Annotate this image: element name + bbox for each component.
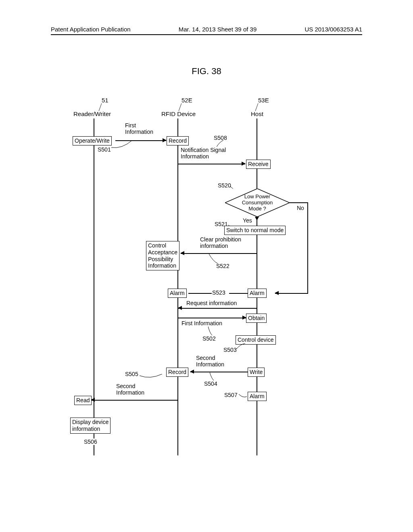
s523-line-left [188, 293, 212, 294]
low-power-decision: Low Power Consumption Mode ? [225, 189, 290, 217]
curve-s502 [208, 326, 215, 336]
curve-s507 [239, 394, 248, 399]
step-s504: S504 [204, 380, 217, 387]
alarm-host-box-2: Alarm [248, 392, 267, 401]
arrow-first-info-2 [178, 318, 246, 318]
lane-header-rfid: RFID Device [161, 110, 196, 117]
arrow-second-info [190, 372, 248, 372]
no-branch-to-alarm [275, 293, 308, 294]
lane-tick [179, 103, 182, 111]
step-s505: S505 [125, 371, 138, 377]
step-s506: S506 [84, 438, 97, 445]
arrow-request-info [178, 308, 257, 309]
no-branch-v [307, 202, 308, 293]
sequence-diagram: 51 52E 53E Reader/Writer RFID Device Hos… [0, 97, 413, 459]
arrow-notif [178, 164, 245, 164]
lifeline-host [257, 118, 257, 455]
step-s502: S502 [202, 335, 216, 342]
second-info-2-label: Second Information [116, 383, 144, 396]
request-info-label: Request information [186, 300, 237, 306]
record-box-1: Record [167, 136, 189, 145]
lane-number-host: 53E [258, 97, 269, 104]
step-s501: S501 [98, 146, 111, 153]
record-box-2: Record [166, 368, 188, 377]
figure-title: FIG. 38 [0, 66, 413, 77]
header-divider [51, 34, 362, 35]
step-s503: S503 [223, 347, 237, 353]
first-info-label: First Information [125, 122, 153, 135]
receive-box: Receive [246, 160, 271, 169]
first-info-2-label: First Information [181, 320, 222, 326]
lane-header-host: Host [251, 110, 263, 117]
display-box: Display device information [70, 418, 111, 434]
lane-tick [255, 103, 259, 111]
step-s507: S507 [224, 392, 238, 398]
curve-s504 [210, 372, 216, 381]
lane-number-rfid: 52E [181, 97, 192, 104]
write-box: Write [248, 368, 265, 377]
no-label: No [297, 205, 304, 211]
lane-number-reader: 51 [102, 97, 108, 104]
no-branch-h [290, 202, 308, 203]
switch-normal-box: Switch to normal mode [224, 226, 286, 235]
s523-line-right [229, 293, 248, 294]
curve-s503 [236, 343, 246, 351]
curve-s501 [111, 140, 136, 152]
alarm-host-box-1: Alarm [248, 289, 267, 298]
obtain-box: Obtain [246, 314, 267, 323]
header-center: Mar. 14, 2013 Sheet 39 of 39 [179, 26, 257, 33]
lifeline-reader [94, 118, 94, 455]
header-right: US 2013/0063253 A1 [305, 26, 362, 33]
operate-write-box: Operate/Write [73, 136, 112, 145]
alarm-rfid-box: Alarm [168, 289, 187, 298]
curve-s522 [209, 254, 219, 264]
clear-prohib-label: Clear prohibition information [200, 236, 241, 249]
step-s523: S523 [212, 289, 225, 296]
notif-signal-label: Notification Signal Information [181, 147, 226, 160]
read-box: Read [74, 396, 92, 405]
second-info-label: Second Information [196, 355, 224, 368]
arrow-read [91, 400, 177, 401]
step-s520: S520 [218, 182, 231, 189]
yes-arrowhead-icon [255, 217, 259, 220]
header-left: Patent Application Publication [51, 26, 131, 33]
lane-header-reader: Reader/Writer [73, 110, 111, 117]
ctrl-accept-box: Control Acceptance Possibility Informati… [146, 241, 179, 270]
lifeline-rfid [177, 118, 178, 455]
lane-tick [99, 103, 102, 111]
low-power-text: Low Power Consumption Mode ? [242, 194, 273, 212]
yes-label: Yes [243, 217, 252, 224]
curve-s505 [140, 374, 164, 382]
